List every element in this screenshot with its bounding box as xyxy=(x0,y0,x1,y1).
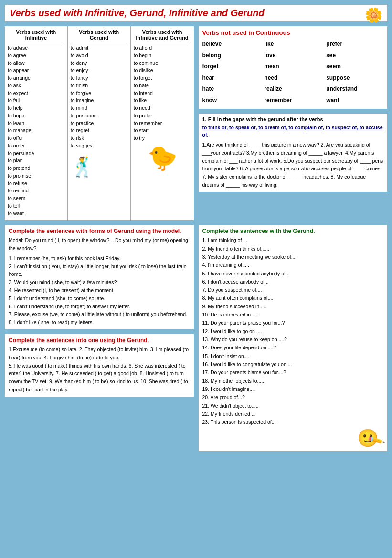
verb-item: to persuade xyxy=(8,150,64,158)
verb-item: to ask xyxy=(8,82,64,90)
verb-item: to suggest xyxy=(71,142,127,150)
verb-item: to afford xyxy=(134,44,191,52)
gerund-model-title: Complete the sentences with forms of Ger… xyxy=(9,228,190,234)
nc-word: love xyxy=(264,51,321,61)
bottom-left: Complete the sentences with forms of Ger… xyxy=(4,224,195,452)
verb-item: to refuse xyxy=(8,180,64,188)
nc-word: see xyxy=(326,51,383,61)
list-item: 20. Are proud of...? xyxy=(202,393,384,401)
verb-item: to imagine xyxy=(71,97,127,105)
verb-item: to remember xyxy=(134,120,191,127)
list-item: 4. He resented (I, to be present) at the… xyxy=(9,286,190,295)
gerund-model-text: Modal: Do you mind ( I, to open) the win… xyxy=(9,236,190,326)
both-col: Verbs used with Infinitive and Gerund to… xyxy=(131,26,194,220)
list-item: 5. I don't understand (she, to come) so … xyxy=(9,295,190,303)
list-item: 7. Please, excuse (we, to come) a little… xyxy=(9,310,190,318)
nc-word: seem xyxy=(326,62,383,72)
nc-word: forget xyxy=(202,62,260,72)
verb-item: to admit xyxy=(71,44,127,52)
verb-item: to pretend xyxy=(8,165,64,172)
verb-item: to arrange xyxy=(8,74,64,82)
nc-word: understand xyxy=(326,84,383,95)
list-item: 23. This person is suspected of... xyxy=(202,418,384,426)
gerund-header: Verbs used with Gerund xyxy=(71,29,127,42)
list-item: 15. I don't insist on.... xyxy=(202,352,384,360)
left-column: Verbs used with Infinitive to adviseto a… xyxy=(4,25,195,221)
verb-item: to like xyxy=(134,97,191,105)
nc-word: remember xyxy=(264,95,321,106)
verb-item: to agree xyxy=(8,52,64,60)
gerund-model-line: Modal: Do you mind ( I, to open) the win… xyxy=(9,236,190,253)
verb-item: to offer xyxy=(8,135,64,142)
not-continuous-title: Verbs not used in Continuous xyxy=(202,29,384,36)
list-item: 9. My friend succeeded in .... xyxy=(202,303,384,311)
bottom-grid: Complete the sentences with forms of Ger… xyxy=(4,224,388,452)
verbs-table: Verbs used with Infinitive to adviseto a… xyxy=(5,26,194,220)
complete-one-text: 1.Excuse me (to come) so late. 2. They o… xyxy=(9,346,190,394)
fill-gaps-intro: to think of, to speak of, to dream of, t… xyxy=(202,124,384,139)
main-grid: Verbs used with Infinitive to adviseto a… xyxy=(4,25,388,221)
list-item: 3. Would you mind ( she, to wait) a few … xyxy=(9,278,190,286)
verb-item: to order xyxy=(8,142,64,150)
nc-word: need xyxy=(264,73,321,84)
complete-gerund-card: Complete the sentences with the Gerund. … xyxy=(198,224,389,452)
flower-icon: 🌼 xyxy=(365,7,382,23)
both-items: to affordto beginto continueto disliketo… xyxy=(134,44,191,142)
infinitive-header: Verbs used with Infinitive xyxy=(8,29,64,42)
list-item: 18. My mother objects to..... xyxy=(202,377,384,385)
verb-item: to forget xyxy=(134,74,191,82)
verb-item: to start xyxy=(134,127,191,135)
verb-item: to seem xyxy=(8,195,64,202)
list-item: 4. I'm dreaming of..... xyxy=(202,261,384,269)
list-item: 1. I am thinking of .... xyxy=(202,236,384,244)
verb-item: to forgive xyxy=(71,90,127,97)
verb-item: to try xyxy=(134,135,191,142)
verb-item: to remind xyxy=(8,187,64,195)
list-item: 7. Do you suspect me of.... xyxy=(202,286,384,294)
not-continuous-card: Verbs not used in Continuous believelike… xyxy=(198,25,389,110)
list-item: 8. My aunt often complains of.... xyxy=(202,294,384,302)
nc-word: believe xyxy=(202,39,260,50)
complete-gerund-list: 1. I am thinking of ....2. My friend oft… xyxy=(202,236,384,426)
nc-word: realize xyxy=(264,84,321,95)
list-item: 21. We didn't object to..... xyxy=(202,402,384,410)
complete-gerund-title: Complete the sentences with the Gerund. xyxy=(202,228,384,234)
nc-word: like xyxy=(264,39,321,50)
list-item: 19. I couldn't imagine.... xyxy=(202,385,384,393)
infinitive-col: Verbs used with Infinitive to adviseto a… xyxy=(5,26,68,220)
verb-item: to practice xyxy=(71,120,127,127)
list-item: 22. My friends denied.... xyxy=(202,410,384,418)
gerund-col: Verbs used with Gerund to admitto avoidt… xyxy=(68,26,131,220)
nc-word: hate xyxy=(202,84,260,95)
verb-item: to tell xyxy=(8,202,64,210)
list-item: 5. I have never suspected anybody of... xyxy=(202,270,384,278)
fill-gaps-title: 1. Fill in the gaps with the gerund afte… xyxy=(202,116,384,122)
list-item: 3. Yesterday at the meeting we spoke of.… xyxy=(202,253,384,261)
verb-item: to allow xyxy=(8,60,64,67)
stick-figure-icon: 🕺 xyxy=(71,156,95,178)
bird-icon: 🐤 xyxy=(134,144,191,172)
fill-gaps-card: 1. Fill in the gaps with the gerund afte… xyxy=(198,113,389,193)
list-item: 1. I remember (he, to ask) for this book… xyxy=(9,254,190,263)
verb-item: to regret xyxy=(71,127,127,135)
list-item: 10. He is interested in .... xyxy=(202,311,384,319)
verb-item: to want xyxy=(8,210,64,218)
complete-one-card: Complete the sentences into one using th… xyxy=(4,333,195,398)
list-item: 12. I would like to go on .... xyxy=(202,327,384,336)
infinitive-items: to adviseto agreeto allowto appearto arr… xyxy=(8,44,64,217)
verb-item: to advise xyxy=(8,44,64,52)
verb-item: to hope xyxy=(8,112,64,120)
verb-item: to expect xyxy=(8,90,64,97)
gerund-model-card: Complete the sentences with forms of Ger… xyxy=(4,224,195,330)
gerund-sentences-list: 1. I remember (he, to ask) for this book… xyxy=(9,254,190,326)
page-title: Verbs used with Infinitive, Gerund, Infi… xyxy=(10,8,382,19)
fill-gaps-intro-text: to think of, to speak of, to dream of, t… xyxy=(202,125,383,138)
gerund-items: to admitto avoidto denyto enjoyto fancyt… xyxy=(71,44,127,150)
smiley-icon: 🙂 xyxy=(202,428,384,448)
nc-word: know xyxy=(202,95,260,106)
verb-item: to avoid xyxy=(71,52,127,60)
list-item: 11. Do your parents praise you for...? xyxy=(202,319,384,327)
bottom-right: Complete the sentences with the Gerund. … xyxy=(198,224,389,452)
nc-word: suppose xyxy=(326,73,383,84)
list-item: 8. I don't like ( she, to read) my lette… xyxy=(9,318,190,326)
